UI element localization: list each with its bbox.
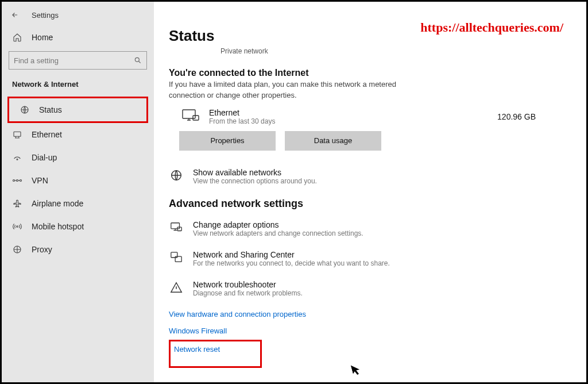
sidebar-item-proxy[interactable]: Proxy [2, 238, 154, 261]
data-used: 120.96 GB [497, 112, 536, 121]
sidebar-topbar: Settings [2, 9, 154, 27]
window-title: Settings [32, 11, 59, 20]
globe-icon [169, 168, 184, 183]
sidebar-item-label: Proxy [32, 245, 52, 254]
vpn-icon [12, 177, 22, 184]
sidebar-item-label: Airplane mode [32, 199, 83, 208]
home-label: Home [32, 33, 53, 42]
monitor-icon [179, 108, 202, 125]
ethernet-icon [12, 130, 22, 139]
sidebar-item-label: Ethernet [32, 130, 62, 139]
sharing-desc: For the networks you connect to, decide … [193, 259, 390, 267]
home-icon [12, 33, 22, 42]
search-icon [134, 56, 142, 64]
svg-rect-2 [14, 132, 21, 136]
svg-point-3 [17, 159, 18, 160]
connected-heading: You're connected to the Internet [169, 68, 570, 78]
adapter-desc: View network adapters and change connect… [193, 229, 363, 237]
connection-name: Ethernet [209, 108, 497, 117]
airplane-icon [12, 199, 22, 208]
data-usage-button[interactable]: Data usage [285, 131, 381, 151]
adapter-icon [169, 220, 184, 235]
available-title: Show available networks [193, 168, 317, 177]
sidebar-item-label: Mobile hotspot [32, 222, 84, 231]
sidebar-item-dialup[interactable]: Dial-up [2, 146, 154, 169]
sidebar-item-label: Dial-up [32, 153, 57, 162]
sidebar-item-ethernet[interactable]: Ethernet [2, 123, 154, 146]
proxy-icon [12, 245, 22, 254]
globe-icon [20, 105, 30, 114]
search-input[interactable] [14, 56, 134, 65]
cursor-icon [351, 363, 363, 376]
link-network-reset[interactable]: Network reset [174, 345, 220, 354]
nav-group-title: Network & Internet [2, 78, 154, 97]
troubleshoot-desc: Diagnose and fix network problems. [193, 289, 303, 297]
button-row: Properties Data usage [179, 131, 570, 151]
home-nav-item[interactable]: Home [2, 27, 154, 48]
main-panel: https://alltechqueries.com/ Status Priva… [154, 2, 586, 382]
svg-point-0 [135, 57, 139, 62]
svg-rect-12 [171, 222, 180, 228]
properties-button[interactable]: Properties [179, 131, 276, 151]
svg-point-5 [17, 180, 18, 182]
sharing-icon [169, 250, 184, 265]
warning-icon [169, 280, 184, 295]
svg-point-4 [13, 180, 15, 182]
svg-rect-9 [183, 110, 195, 118]
sidebar: Settings Home Network & Internet Stat [2, 2, 154, 382]
connection-row: Ethernet From the last 30 days 120.96 GB [169, 108, 570, 125]
link-firewall[interactable]: Windows Firewall [169, 327, 570, 335]
dialup-icon [12, 153, 22, 162]
link-hardware[interactable]: View hardware and connection properties [169, 310, 570, 318]
connection-period: From the last 30 days [209, 117, 497, 125]
highlight-status: Status [7, 97, 148, 123]
sidebar-item-label: VPN [32, 176, 48, 185]
sidebar-item-hotspot[interactable]: Mobile hotspot [2, 215, 154, 238]
troubleshoot-row[interactable]: Network troubleshooter Diagnose and fix … [169, 280, 570, 297]
search-box[interactable] [9, 51, 147, 70]
search-wrap [2, 48, 154, 78]
adapter-title: Change adapter options [193, 220, 363, 229]
sidebar-item-label: Status [39, 105, 62, 114]
back-button[interactable] [9, 9, 21, 21]
network-type-caption: Private network [220, 47, 570, 55]
available-desc: View the connection options around you. [193, 177, 317, 185]
connected-body: If you have a limited data plan, you can… [169, 79, 421, 101]
highlight-network-reset: Network reset [169, 340, 262, 368]
sidebar-item-status[interactable]: Status [9, 98, 146, 121]
hotspot-icon [12, 222, 22, 231]
overlay-url: https://alltechqueries.com/ [420, 20, 563, 35]
show-available-row[interactable]: Show available networks View the connect… [169, 168, 570, 185]
svg-point-7 [17, 226, 18, 228]
advanced-title: Advanced network settings [169, 198, 570, 210]
troubleshoot-title: Network troubleshooter [193, 280, 303, 289]
svg-point-6 [20, 180, 22, 182]
sidebar-item-vpn[interactable]: VPN [2, 169, 154, 192]
sidebar-item-airplane[interactable]: Airplane mode [2, 192, 154, 215]
adapter-row[interactable]: Change adapter options View network adap… [169, 220, 570, 237]
sharing-title: Network and Sharing Center [193, 250, 390, 259]
sharing-row[interactable]: Network and Sharing Center For the netwo… [169, 250, 570, 267]
svg-rect-10 [193, 116, 199, 120]
